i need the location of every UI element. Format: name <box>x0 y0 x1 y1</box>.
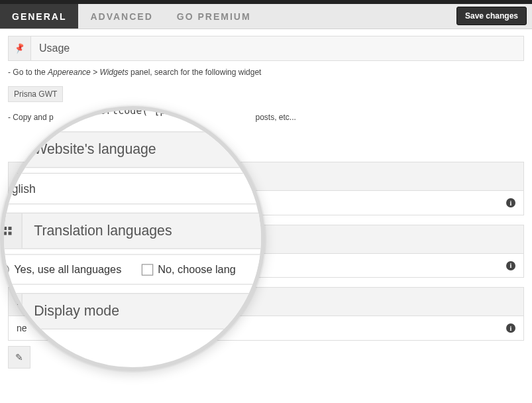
display-mode-value-row[interactable]: ne i <box>8 316 524 341</box>
usage-title: Usage <box>31 37 78 60</box>
pin-icon: 📌 <box>9 36 31 60</box>
display-mode-value: ne <box>17 323 27 333</box>
display-mode-block: Display mode ne i <box>8 287 524 341</box>
translation-languages-title: Translation languages <box>36 226 166 253</box>
translation-languages-block: Translation languages Yes, use all langu… <box>8 225 524 278</box>
display-mode-title: Display mode <box>36 288 123 315</box>
tab-advanced[interactable]: Advanced <box>78 4 164 29</box>
option-use-all-languages[interactable]: Yes, use all languages <box>17 260 116 270</box>
content-area: 📌 Usage - Go to the Appereance > Widgets… <box>0 29 532 369</box>
pencil-icon: ✎ <box>15 352 23 363</box>
save-changes-button[interactable]: Save changes <box>456 7 527 25</box>
grid-icon <box>9 162 36 190</box>
grid-icon <box>9 225 36 253</box>
usage-help-line-1: - Go to the Appereance > Widgets panel, … <box>8 68 524 77</box>
usage-help-line-2: - Copy and p aste the following shortcod… <box>8 113 524 122</box>
info-icon[interactable]: i <box>506 261 515 270</box>
info-icon[interactable]: i <box>506 323 515 333</box>
info-icon[interactable]: i <box>506 198 515 207</box>
option-choose-languages[interactable]: No, choose lang <box>132 260 207 270</box>
website-language-title: Website's language <box>36 163 153 190</box>
pencil-icon-box[interactable]: ✎ <box>8 346 30 369</box>
tab-general[interactable]: General <box>0 4 78 29</box>
usage-section-header: 📌 Usage <box>8 36 524 61</box>
grid-icon <box>9 288 36 316</box>
tab-bar: General Advanced Go Premium Save changes <box>0 4 532 29</box>
widget-name-chip: Prisna GWT <box>8 86 63 102</box>
website-language-block: Website's language English i <box>8 162 524 215</box>
radio-icon <box>17 261 26 270</box>
website-language-value: English <box>17 198 47 208</box>
checkbox-icon <box>132 261 141 270</box>
tab-go-premium[interactable]: Go Premium <box>165 4 263 29</box>
website-language-value-row[interactable]: English i <box>8 191 524 215</box>
